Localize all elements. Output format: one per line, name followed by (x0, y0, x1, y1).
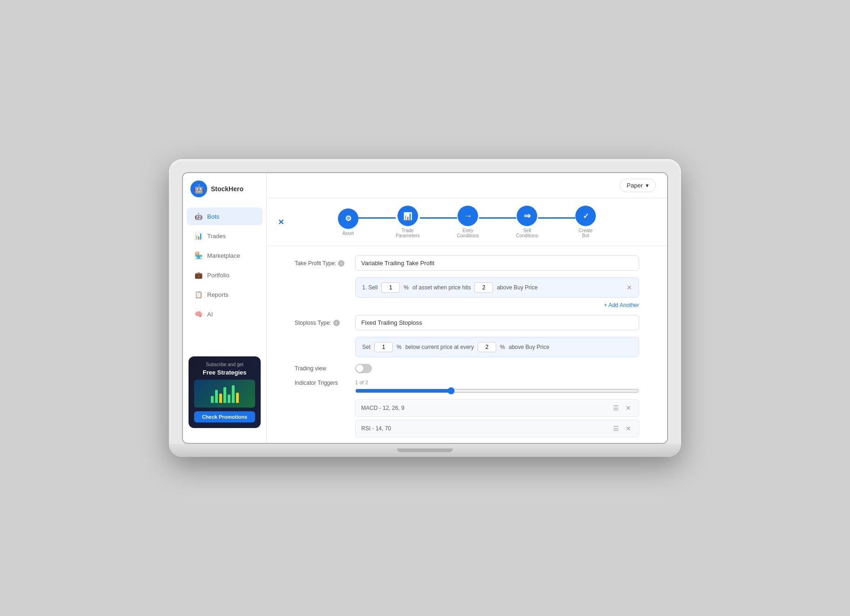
stoploss-below-text: below current price at every (405, 344, 474, 350)
portfolio-icon: 💼 (194, 271, 202, 279)
add-another-row: + Add Another (355, 301, 639, 308)
indicator-slider[interactable] (355, 387, 639, 395)
stoploss-pill-row: Set % below current price at every % abo… (355, 337, 639, 357)
bots-label: Bots (207, 213, 219, 220)
step-label-asset: Asset (342, 231, 354, 236)
step-circle-entry: → (458, 206, 478, 226)
laptop-screen: 🤖 StockHero 🤖 Bots 📊 Trades 🏪 Marketplac… (182, 172, 668, 444)
pill-close-button[interactable]: ✕ (627, 284, 632, 291)
take-profit-control: Variable Trailing Take Profit Fixed Take… (355, 255, 639, 271)
marketplace-label: Marketplace (207, 252, 240, 259)
macd-edit-button[interactable]: ☰ (611, 403, 621, 413)
app-layout: 🤖 StockHero 🤖 Bots 📊 Trades 🏪 Marketplac… (183, 173, 667, 443)
stoploss-pct2: % (500, 344, 505, 350)
step-label-entry: EntryConditions (457, 228, 479, 238)
stoploss-above-text: above Buy Price (509, 344, 549, 350)
stoploss-info-icon[interactable]: i (333, 320, 340, 326)
above-buy-price: above Buy Price (497, 284, 537, 291)
add-another-link[interactable]: + Add Another (604, 302, 639, 308)
content-area: Take Profit Type: i Variable Trailing Ta… (267, 246, 667, 443)
step-connector-2 (420, 217, 457, 219)
sidebar: 🤖 StockHero 🤖 Bots 📊 Trades 🏪 Marketplac… (183, 173, 267, 443)
macd-actions: ☰ ✕ (611, 403, 633, 413)
check-promotions-button[interactable]: Check Promotions (194, 411, 255, 422)
take-profit-select[interactable]: Variable Trailing Take Profit Fixed Take… (355, 255, 639, 271)
wizard-steps: ⚙ Asset 📊 TradeParameters → (338, 206, 596, 238)
paper-mode-button[interactable]: Paper ▾ (620, 179, 656, 192)
step-connector-1 (358, 217, 396, 219)
wizard-bar: ✕ ⚙ Asset 📊 TradeParameters (267, 198, 667, 246)
of-asset-text: of asset when price hits (412, 284, 471, 291)
sidebar-item-portfolio[interactable]: 💼 Portfolio (187, 266, 263, 284)
sell-label: 1. Sell (362, 284, 378, 291)
step-connector-4 (538, 217, 575, 219)
close-button[interactable]: ✕ (278, 218, 284, 227)
stoploss-pct: % (397, 344, 402, 350)
trading-view-row: Trading view (295, 364, 639, 373)
step-circle-asset: ⚙ (338, 208, 358, 229)
sidebar-item-trades[interactable]: 📊 Trades (187, 227, 263, 245)
indicator-row-rsi: RSI - 14, 70 ☰ ✕ (355, 420, 639, 437)
sidebar-item-ai[interactable]: 🧠 AI (187, 305, 263, 323)
macd-delete-button[interactable]: ✕ (624, 403, 633, 413)
step-connector-3 (479, 217, 516, 219)
pct-symbol: % (404, 284, 409, 291)
stoploss-select[interactable]: Fixed Trailing Stoploss Fixed Stoploss T… (355, 315, 639, 330)
trades-icon: 📊 (194, 232, 202, 240)
set-label: Set (362, 344, 371, 350)
price-pct-input[interactable] (474, 282, 493, 293)
take-profit-row: Take Profit Type: i Variable Trailing Ta… (295, 255, 639, 271)
top-header: Paper ▾ (267, 173, 667, 198)
laptop-notch (397, 449, 453, 452)
laptop-base (169, 444, 681, 457)
take-profit-info-icon[interactable]: i (338, 260, 344, 267)
rsi-actions: ☰ ✕ (611, 424, 633, 433)
sidebar-item-reports[interactable]: 📋 Reports (187, 286, 263, 303)
trading-view-toggle[interactable] (355, 364, 372, 373)
trades-label: Trades (207, 233, 226, 240)
promo-box: Subscribe and get Free Strategies (189, 356, 261, 428)
reports-label: Reports (207, 291, 229, 298)
marketplace-icon: 🏪 (194, 251, 202, 260)
stoploss-val1-input[interactable] (374, 342, 393, 352)
promo-subscribe-text: Subscribe and get (194, 362, 255, 367)
sell-pct-input[interactable] (381, 282, 400, 293)
stoploss-val2-input[interactable] (478, 342, 496, 352)
main-content: Paper ▾ ✕ ⚙ Asset (267, 173, 667, 443)
indicator-triggers-label: Indicator Triggers (295, 380, 351, 386)
sidebar-item-marketplace[interactable]: 🏪 Marketplace (187, 247, 263, 264)
sidebar-item-bots[interactable]: 🤖 Bots (187, 208, 263, 225)
macd-label: MACD - 12, 26, 9 (361, 405, 607, 411)
promo-image (194, 380, 255, 408)
trading-view-label: Trading view (295, 365, 351, 372)
toggle-knob (356, 365, 364, 372)
step-circle-trade-params: 📊 (398, 206, 418, 226)
take-profit-label: Take Profit Type: i (295, 260, 351, 267)
paper-dropdown-arrow: ▾ (646, 182, 649, 189)
step-label-trade-params: TradeParameters (396, 228, 420, 238)
promo-title: Free Strategies (194, 369, 255, 376)
wizard-step-trade-params[interactable]: 📊 TradeParameters (396, 206, 420, 238)
step-circle-create-bot: ✓ (575, 206, 596, 226)
indicator-row-macd: MACD - 12, 26, 9 ☰ ✕ (355, 399, 639, 417)
wizard-step-sell[interactable]: ⇒ SellConditions (516, 206, 538, 238)
rsi-delete-button[interactable]: ✕ (624, 424, 633, 433)
app-name: StockHero (211, 185, 243, 193)
rsi-edit-button[interactable]: ☰ (611, 424, 621, 433)
sell-pill-row: 1. Sell % of asset when price hits above… (355, 277, 639, 298)
wizard-step-asset[interactable]: ⚙ Asset (338, 208, 358, 236)
portfolio-label: Portfolio (207, 272, 229, 279)
indicator-triggers-control: 1 of 2 MACD - 12, 26, 9 ☰ ✕ (355, 380, 639, 443)
laptop-outer: 🤖 StockHero 🤖 Bots 📊 Trades 🏪 Marketplac… (169, 159, 681, 457)
paper-mode-label: Paper (627, 182, 643, 189)
stoploss-type-row: Stoploss Type: i Fixed Trailing Stoploss… (295, 315, 639, 330)
step-circle-sell: ⇒ (517, 206, 537, 226)
bots-icon: 🤖 (194, 212, 202, 221)
ai-icon: 🧠 (194, 310, 202, 318)
step-label-create-bot: CreateBot (579, 228, 593, 238)
ai-label: AI (207, 311, 213, 318)
rsi-label: RSI - 14, 70 (361, 425, 607, 432)
logo-icon: 🤖 (190, 181, 207, 197)
wizard-step-create-bot[interactable]: ✓ CreateBot (575, 206, 596, 238)
wizard-step-entry[interactable]: → EntryConditions (457, 206, 479, 238)
